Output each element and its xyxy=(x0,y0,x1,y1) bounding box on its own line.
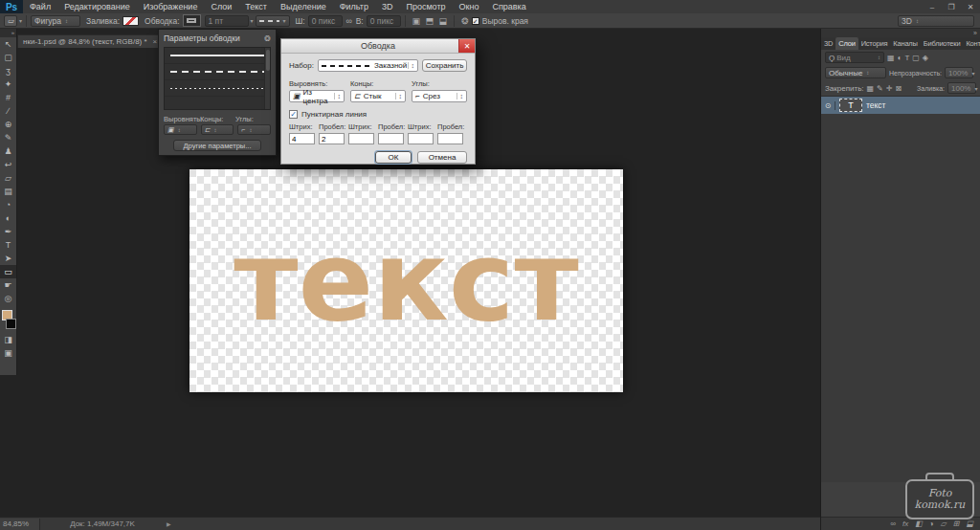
menu-3d[interactable]: 3D xyxy=(375,0,400,13)
dash-input-1[interactable] xyxy=(289,133,315,144)
filter-adjustment-layers-icon[interactable]: ◐ xyxy=(898,54,902,62)
filter-shape-layers-icon[interactable]: ▢ xyxy=(912,54,920,62)
stroke-type-select[interactable]: ▾ xyxy=(256,15,290,27)
path-alignment-icon[interactable]: ⬒ xyxy=(423,16,436,26)
tab-3d[interactable]: 3D xyxy=(821,37,835,50)
marquee-tool[interactable]: ▢ xyxy=(0,51,16,64)
panel-collapse-icon[interactable]: » xyxy=(821,29,980,37)
panel-caps-select[interactable]: ⊏ ↕ xyxy=(201,124,234,135)
toolbar-collapse-icon[interactable]: » xyxy=(0,29,16,37)
stroke-swatch[interactable] xyxy=(183,14,201,27)
menu-help[interactable]: Справка xyxy=(485,0,532,13)
tab-paths[interactable]: Контур xyxy=(963,37,980,50)
opacity-select[interactable]: 100% ▾ xyxy=(945,67,973,78)
stroke-width-arrow-icon[interactable]: ▾ xyxy=(251,17,254,24)
path-selection-tool[interactable]: ➤ xyxy=(0,252,16,265)
ok-button[interactable]: ОК xyxy=(375,151,412,164)
clone-stamp-tool[interactable]: ♟ xyxy=(0,144,16,158)
layer-style-fx-icon[interactable]: fx xyxy=(902,519,908,528)
menu-file[interactable]: Файл xyxy=(23,0,57,13)
panel-corners-select[interactable]: ⌐ ↕ xyxy=(237,124,271,135)
brush-tool[interactable]: ✎ xyxy=(0,131,16,144)
stroke-style-solid[interactable] xyxy=(165,48,270,64)
gap-input-3[interactable] xyxy=(437,133,463,144)
type-layer-thumbnail[interactable]: T xyxy=(839,99,862,112)
filter-type-layers-icon[interactable]: T xyxy=(904,54,909,62)
fill-opacity-select[interactable]: 100% ▾ xyxy=(947,82,976,94)
menu-window[interactable]: Окно xyxy=(453,0,486,13)
menu-view[interactable]: Просмотр xyxy=(399,0,452,13)
screen-mode-button[interactable]: ▣ xyxy=(0,346,16,360)
tab-close-icon[interactable]: × xyxy=(153,37,158,46)
stroke-style-dashed[interactable] xyxy=(165,64,270,80)
history-brush-tool[interactable]: ↩ xyxy=(0,158,16,171)
tab-channels[interactable]: Каналы xyxy=(890,37,920,50)
lock-pixels-icon[interactable]: ✎ xyxy=(877,84,883,93)
zoom-tool[interactable]: ◎ xyxy=(0,292,16,305)
gradient-tool[interactable]: ▤ xyxy=(0,185,16,198)
layer-group-icon[interactable]: ▱ xyxy=(941,519,947,528)
menu-edit[interactable]: Редактирование xyxy=(57,0,137,13)
tool-preset-arrow-icon[interactable]: ▾ xyxy=(19,17,22,24)
layer-visibility-eye-icon[interactable]: ⊙ xyxy=(821,101,835,110)
eraser-tool[interactable]: ▱ xyxy=(0,171,16,185)
more-options-button[interactable]: Другие параметры... xyxy=(173,140,261,151)
dialog-close-icon[interactable]: ✕ xyxy=(458,39,475,53)
menu-filter[interactable]: Фильтр xyxy=(333,0,375,13)
preset-select[interactable]: Заказной ↕ xyxy=(318,59,418,72)
filter-smart-objects-icon[interactable]: ◈ xyxy=(923,54,928,62)
lasso-tool[interactable]: ʒ xyxy=(0,64,16,77)
canvas-text-layer[interactable]: текст xyxy=(234,226,579,337)
shape-height-field[interactable]: 0 пикс xyxy=(367,15,401,27)
healing-brush-tool[interactable]: ⊕ xyxy=(0,118,16,131)
path-arrangement-icon[interactable]: ⬓ xyxy=(436,16,450,26)
menu-image[interactable]: Изображение xyxy=(137,0,205,13)
background-color-swatch[interactable] xyxy=(6,319,16,329)
link-dimensions-icon[interactable]: ∞ xyxy=(343,16,356,26)
menu-select[interactable]: Выделение xyxy=(274,0,333,13)
tab-libraries[interactable]: Библиотеки xyxy=(921,37,964,50)
align-edges-checkbox[interactable]: ✓ xyxy=(472,17,479,25)
minimize-icon[interactable]: – xyxy=(923,0,942,13)
move-tool[interactable]: ↖ xyxy=(0,37,16,51)
tab-history[interactable]: История xyxy=(858,37,891,50)
cancel-button[interactable]: Отмена xyxy=(417,151,467,164)
adjustment-layer-icon[interactable]: ◑ xyxy=(929,519,934,528)
new-layer-icon[interactable]: ⊞ xyxy=(953,519,960,528)
shape-width-field[interactable]: 0 пикс xyxy=(308,15,343,27)
document-canvas[interactable]: текст xyxy=(189,169,623,392)
layer-name[interactable]: текст xyxy=(866,100,885,110)
menu-layers[interactable]: Слои xyxy=(204,0,238,13)
status-arrow-icon[interactable]: ▶ xyxy=(167,520,171,527)
tab-layers[interactable]: Слои xyxy=(835,37,858,50)
zoom-level-field[interactable]: 84,85% xyxy=(0,519,40,530)
path-operations-icon[interactable]: ▣ xyxy=(410,16,423,26)
close-icon[interactable]: ✕ xyxy=(961,0,980,13)
align-select[interactable]: ▣ Из центра ↕ xyxy=(289,90,345,102)
layer-filter-select[interactable]: Ϙ Вид ↕ xyxy=(825,52,884,63)
tool-preset-picker[interactable]: ▭ xyxy=(4,15,17,27)
blur-tool[interactable]: ◔ xyxy=(0,198,16,211)
crop-tool[interactable]: # xyxy=(0,91,16,104)
dash-input-2[interactable] xyxy=(348,133,374,144)
gap-input-2[interactable] xyxy=(378,133,404,144)
layer-row-text[interactable]: ⊙ T текст xyxy=(821,97,980,114)
lock-all-icon[interactable]: ⊠ xyxy=(896,84,902,93)
filter-pixel-layers-icon[interactable]: ▦ xyxy=(887,54,895,62)
panel-align-select[interactable]: ▣ ↕ xyxy=(164,124,197,135)
corners-select[interactable]: ⌐ Срез ↕ xyxy=(412,90,467,102)
stroke-style-dotted[interactable] xyxy=(165,80,270,97)
delete-layer-icon[interactable]: ⬓ xyxy=(966,519,973,528)
type-tool[interactable]: T xyxy=(0,238,16,252)
gap-input-1[interactable] xyxy=(319,133,345,144)
restore-icon[interactable]: ❐ xyxy=(942,0,961,13)
lock-position-icon[interactable]: ✛ xyxy=(886,84,893,93)
pen-tool[interactable]: ✒ xyxy=(0,225,16,238)
shape-mode-select[interactable]: Фигура ↕ xyxy=(31,15,80,27)
dodge-tool[interactable]: ◐ xyxy=(0,211,16,225)
save-preset-button[interactable]: Сохранить xyxy=(422,59,467,72)
document-tab[interactable]: нки-1.psd @ 84,8% (текст, RGB/8) * × xyxy=(17,34,163,48)
gear-icon[interactable]: ❂ xyxy=(264,34,271,43)
caps-select[interactable]: ⊏ Стык ↕ xyxy=(350,90,406,102)
stroke-width-field[interactable]: 1 пт xyxy=(205,15,249,27)
